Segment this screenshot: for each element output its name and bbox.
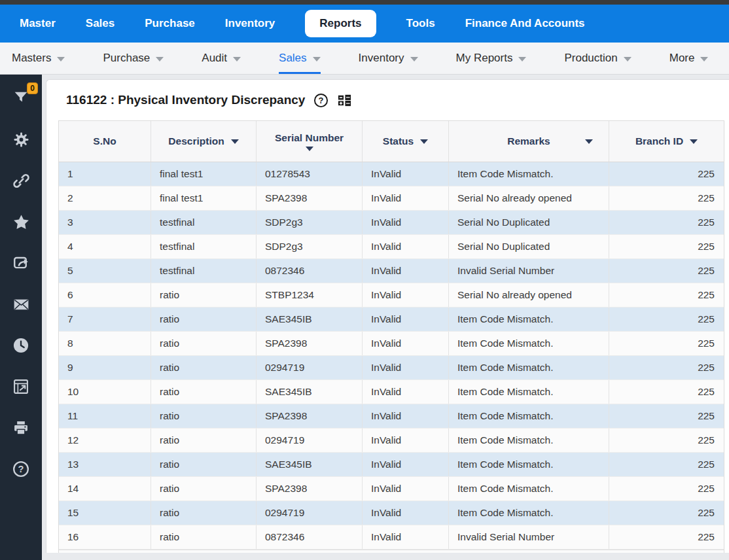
primary-nav-item[interactable]: Reports [305,10,376,37]
cell-branch-id: 225 [609,453,724,476]
cell-status: InValid [363,525,449,549]
secondary-nav-item[interactable]: Sales [279,43,321,74]
cell-remarks: Item Code Mismatch. [449,356,609,379]
cell-serial-number: 0872346 [257,259,363,283]
secondary-nav-item[interactable]: My Reports [456,43,527,74]
cell-branch-id: 225 [609,307,724,331]
chevron-down-icon [700,57,708,61]
cell-branch-id: 225 [609,235,724,258]
secondary-nav-label: Inventory [359,52,404,65]
cell-description: ratio [151,501,257,525]
column-header-serial-number[interactable]: Serial Number [257,121,363,162]
cell-description: ratio [151,477,257,500]
tool-sidebar: 0 [0,75,42,560]
cell-status: InValid [363,380,449,404]
secondary-nav-item[interactable]: Masters [12,43,65,74]
table-body: 1 final test1 01278543 InValid Item Code… [59,162,724,550]
browser-top-strip [0,0,729,5]
cell-sno: 11 [59,404,151,428]
secondary-nav-label: Masters [12,52,51,65]
table-row: 10 ratio SAE345IB InValid Item Code Mism… [59,380,724,404]
cell-sno: 12 [59,429,151,452]
column-label: S.No [93,135,116,147]
clock-icon[interactable] [9,334,33,357]
primary-nav-item[interactable]: Inventory [225,17,276,30]
cell-sno: 7 [59,307,151,331]
filter-icon[interactable]: 0 [9,86,33,110]
sort-caret-icon [585,139,593,144]
secondary-nav-label: Audit [202,52,227,65]
secondary-nav-item[interactable]: Production [564,43,631,74]
sort-caret-icon [690,139,698,144]
gear-icon[interactable] [9,128,33,151]
primary-nav-item[interactable]: Sales [86,17,115,30]
cell-status: InValid [363,477,449,500]
cell-status: InValid [363,356,449,379]
column-label: Remarks [507,135,550,147]
cell-branch-id: 225 [609,356,724,379]
column-header-description[interactable]: Description [151,121,257,162]
secondary-nav: Masters Purchase Audit Sales Inventory M… [0,43,729,75]
table-row: 15 ratio 0294719 InValid Item Code Misma… [59,501,724,525]
secondary-nav-item[interactable]: Purchase [103,43,164,74]
cell-status: InValid [363,501,449,525]
link-icon[interactable] [9,169,33,192]
column-label: Status [383,135,414,147]
table-row: 4 testfinal SDP2g3 InValid Serial No Dup… [59,235,724,259]
page-title: 116122 : Physical Inventory Discrepancy [66,93,305,107]
secondary-nav-item[interactable]: Inventory [359,43,418,74]
primary-nav-item[interactable]: Purchase [145,17,195,30]
cell-status: InValid [363,453,449,476]
primary-nav-item[interactable]: Finance And Accounts [465,17,585,30]
cell-remarks: Serial No Duplicated [449,211,609,234]
column-header-status[interactable]: Status [363,121,449,162]
help-circle-icon[interactable]: ? [313,93,329,108]
secondary-nav-item[interactable]: Audit [202,43,241,74]
cell-remarks: Item Code Mismatch. [449,332,609,355]
cell-sno: 15 [59,501,151,525]
cell-serial-number: 0294719 [257,501,363,525]
table-row: 16 ratio 0872346 InValid Invalid Serial … [59,525,724,550]
help-icon[interactable]: ? [9,457,33,481]
share-icon[interactable] [9,251,33,275]
table-row: 7 ratio SAE345IB InValid Item Code Misma… [59,307,724,332]
column-label: Description [168,135,224,147]
cell-remarks: Item Code Mismatch. [449,162,609,186]
column-header-branch-id[interactable]: Branch ID [609,121,724,162]
table-row: 12 ratio 0294719 InValid Item Code Misma… [59,429,724,453]
cell-branch-id: 225 [609,332,724,355]
cell-description: testfinal [151,211,257,234]
primary-nav-item[interactable]: Tools [406,17,435,30]
star-icon[interactable] [9,210,33,234]
mail-icon[interactable] [9,292,33,316]
printer-icon[interactable] [9,416,33,440]
table-row: 5 testfinal 0872346 InValid Invalid Seri… [59,259,724,283]
column-header-remarks[interactable]: Remarks [449,121,609,162]
secondary-nav-item[interactable]: More [669,43,709,74]
cell-description: ratio [151,380,257,404]
widget-grid-icon[interactable] [337,93,352,108]
clipped-next-row [58,550,724,553]
cell-branch-id: 225 [609,283,724,307]
cell-serial-number: SPA2398 [257,404,363,428]
cell-description: ratio [151,525,257,549]
cell-sno: 13 [59,453,151,476]
window-export-icon[interactable] [9,375,33,398]
filter-count-badge: 0 [27,82,38,94]
secondary-nav-label: More [669,52,695,65]
cell-sno: 9 [59,356,151,379]
cell-description: final test1 [151,186,257,210]
cell-remarks: Serial No already opened [449,283,609,307]
cell-branch-id: 225 [609,211,724,234]
primary-nav-item[interactable]: Master [20,17,56,30]
cell-remarks: Item Code Mismatch. [449,404,609,428]
cell-remarks: Item Code Mismatch. [449,501,609,525]
chevron-down-icon [57,57,65,61]
cell-description: ratio [151,283,257,307]
cell-serial-number: 01278543 [257,162,363,186]
primary-nav: Master Sales Purchase Inventory Reports … [0,5,729,43]
cell-branch-id: 225 [609,404,724,428]
cell-serial-number: 0294719 [257,429,363,452]
cell-branch-id: 225 [609,429,724,452]
cell-status: InValid [363,307,449,331]
